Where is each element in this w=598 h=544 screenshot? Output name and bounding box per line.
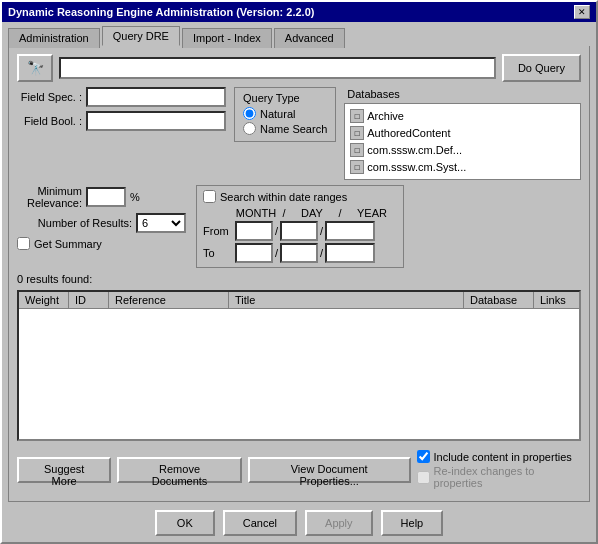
query-type-box: Query Type Natural Name Search — [234, 87, 336, 142]
tab-advanced[interactable]: Advanced — [274, 28, 345, 48]
db-item-authored[interactable]: □ AuthoredContent — [349, 125, 576, 141]
reindex-row: Re-index changes to properties — [417, 465, 581, 489]
db-item-def[interactable]: □ com.sssw.cm.Def... — [349, 142, 576, 158]
table-header: Weight ID Reference Title Database Links — [19, 292, 579, 309]
db-item-archive[interactable]: □ Archive — [349, 108, 576, 124]
get-summary-label: Get Summary — [34, 238, 102, 250]
dialog-buttons: OK Cancel Apply Help — [2, 506, 596, 542]
natural-label: Natural — [260, 108, 295, 120]
databases-header: Databases — [344, 87, 581, 101]
reindex-label: Re-index changes to properties — [434, 465, 581, 489]
name-search-label: Name Search — [260, 123, 327, 135]
get-summary-checkbox[interactable] — [17, 237, 30, 250]
left-controls: MinimumRelevance: 0 % Number of Results:… — [17, 185, 186, 250]
min-relevance-label: MinimumRelevance: — [17, 185, 82, 209]
to-year-input[interactable]: 2000 — [325, 243, 375, 263]
db-icon-archive: □ — [350, 109, 364, 123]
field-spec-row: Field Spec. : — [17, 87, 226, 107]
close-button[interactable]: ✕ — [574, 5, 590, 19]
min-relevance-input[interactable]: 0 — [86, 187, 126, 207]
name-search-radio-row: Name Search — [243, 122, 327, 135]
date-from-row: From 01 / 01 / 1990 — [203, 221, 397, 241]
include-content-label: Include content in properties — [434, 451, 572, 463]
col-reference: Reference — [109, 292, 229, 308]
num-results-select[interactable]: 6 10 20 50 — [136, 213, 186, 233]
col-title: Title — [229, 292, 464, 308]
reindex-checkbox[interactable] — [417, 471, 430, 484]
percent-label: % — [130, 191, 140, 203]
col-links: Links — [534, 292, 579, 308]
db-icon-def: □ — [350, 143, 364, 157]
month-header: MONTH — [235, 207, 277, 219]
include-column: Include content in properties Re-index c… — [417, 450, 581, 489]
tab-bar: Administration Query DRE Import - Index … — [2, 22, 596, 46]
binoculars-icon: 🔭 — [27, 60, 44, 76]
controls-row: MinimumRelevance: 0 % Number of Results:… — [17, 185, 581, 268]
field-bool-row: Field Bool. : — [17, 111, 226, 131]
fields-column: Field Spec. : Field Bool. : — [17, 87, 226, 131]
num-results-row: Number of Results: 6 10 20 50 — [17, 213, 186, 233]
do-query-button[interactable]: Do Query — [502, 54, 581, 82]
include-content-row: Include content in properties — [417, 450, 581, 463]
date-range-label: Search within date ranges — [220, 191, 347, 203]
db-icon-authored: □ — [350, 126, 364, 140]
from-year-input[interactable]: 1990 — [325, 221, 375, 241]
field-bool-label: Field Bool. : — [17, 115, 82, 127]
natural-radio-row: Natural — [243, 107, 327, 120]
title-bar-buttons: ✕ — [574, 5, 590, 19]
col-database: Database — [464, 292, 534, 308]
title-bar: Dynamic Reasoning Engine Administration … — [2, 2, 596, 22]
view-properties-button[interactable]: View Document Properties... — [248, 457, 411, 483]
field-bool-input[interactable] — [86, 111, 226, 131]
db-icon-syst: □ — [350, 160, 364, 174]
to-label: To — [203, 247, 233, 259]
results-count: 0 results found: — [17, 273, 581, 285]
get-summary-row: Get Summary — [17, 237, 186, 250]
from-label: From — [203, 225, 233, 237]
date-range-box: Search within date ranges MONTH / DAY / … — [196, 185, 404, 268]
from-month-input[interactable]: 01 — [235, 221, 273, 241]
search-input[interactable] — [59, 57, 496, 79]
num-results-label: Number of Results: — [17, 217, 132, 229]
tab-import-index[interactable]: Import - Index — [182, 28, 272, 48]
suggest-more-button[interactable]: Suggest More — [17, 457, 111, 483]
window-title: Dynamic Reasoning Engine Administration … — [8, 6, 314, 18]
db-items: □ Archive □ AuthoredContent □ com.sssw.c… — [347, 106, 578, 177]
search-button[interactable]: 🔭 — [17, 54, 53, 82]
natural-radio[interactable] — [243, 107, 256, 120]
main-window: Dynamic Reasoning Engine Administration … — [0, 0, 598, 544]
date-range-check-row: Search within date ranges — [203, 190, 397, 203]
databases-section: Databases □ Archive □ AuthoredContent □ — [344, 87, 581, 180]
search-row: 🔭 Do Query — [17, 54, 581, 82]
date-range-checkbox[interactable] — [203, 190, 216, 203]
date-headers: MONTH / DAY / YEAR — [203, 207, 397, 219]
col-id: ID — [69, 292, 109, 308]
field-spec-label: Field Spec. : — [17, 91, 82, 103]
to-day-input[interactable]: 30 — [280, 243, 318, 263]
to-month-input[interactable]: 12 — [235, 243, 273, 263]
databases-list: □ Archive □ AuthoredContent □ com.sssw.c… — [344, 103, 581, 180]
min-relevance-row: MinimumRelevance: 0 % — [17, 185, 186, 209]
bottom-buttons: Suggest More Remove Documents View Docum… — [17, 446, 581, 493]
db-item-syst[interactable]: □ com.sssw.cm.Syst... — [349, 159, 576, 175]
query-type-title: Query Type — [243, 92, 327, 104]
remove-documents-button[interactable]: Remove Documents — [117, 457, 241, 483]
name-search-radio[interactable] — [243, 122, 256, 135]
year-header: YEAR — [347, 207, 397, 219]
col-weight: Weight — [19, 292, 69, 308]
results-table: Weight ID Reference Title Database Links — [17, 290, 581, 441]
day-header: DAY — [291, 207, 333, 219]
table-body — [19, 309, 579, 439]
content-area: 🔭 Do Query Field Spec. : Field Bool. : — [8, 46, 590, 502]
from-day-input[interactable]: 01 — [280, 221, 318, 241]
help-button[interactable]: Help — [381, 510, 444, 536]
ok-button[interactable]: OK — [155, 510, 215, 536]
tab-query-dre[interactable]: Query DRE — [102, 26, 180, 46]
cancel-button[interactable]: Cancel — [223, 510, 297, 536]
include-content-checkbox[interactable] — [417, 450, 430, 463]
tab-administration[interactable]: Administration — [8, 28, 100, 48]
apply-button[interactable]: Apply — [305, 510, 373, 536]
date-to-row: To 12 / 30 / 2000 — [203, 243, 397, 263]
field-spec-input[interactable] — [86, 87, 226, 107]
